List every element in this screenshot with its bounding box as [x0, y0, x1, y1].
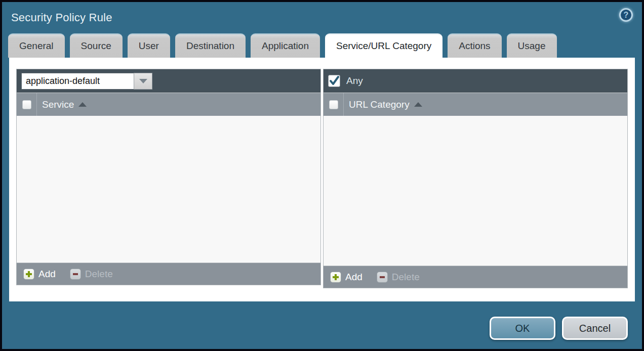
service-delete-label: Delete	[85, 269, 113, 280]
tab-actions[interactable]: Actions	[448, 33, 501, 58]
url-category-select-all-cell	[324, 93, 344, 116]
tab-destination[interactable]: Destination	[175, 33, 246, 58]
ok-button[interactable]: OK	[490, 317, 555, 340]
any-row: Any	[328, 75, 363, 87]
tab-content-area: Service Add Delete Any	[9, 58, 635, 301]
minus-icon	[377, 272, 388, 283]
service-type-dropdown[interactable]	[21, 73, 152, 90]
url-category-delete-button[interactable]: Delete	[377, 272, 420, 283]
plus-icon	[23, 269, 34, 280]
url-category-delete-label: Delete	[392, 272, 420, 283]
chevron-down-icon	[139, 79, 147, 83]
sort-ascending-icon	[414, 102, 422, 107]
url-category-panel-header: Any	[324, 69, 627, 93]
tab-application[interactable]: Application	[251, 33, 320, 58]
url-category-add-label: Add	[345, 272, 363, 283]
service-delete-button[interactable]: Delete	[70, 269, 113, 280]
any-checkbox[interactable]	[328, 75, 340, 87]
dialog-titlebar: Security Policy Rule ?	[2, 2, 642, 33]
tab-usage[interactable]: Usage	[507, 33, 557, 58]
dialog-title: Security Policy Rule	[11, 11, 112, 24]
url-category-panel: Any URL Category Add Delete	[323, 69, 628, 288]
service-panel: Service Add Delete	[16, 69, 321, 285]
sort-ascending-icon	[78, 102, 87, 107]
tab-user[interactable]: User	[128, 33, 170, 58]
service-add-label: Add	[38, 269, 56, 280]
tab-service-url-category[interactable]: Service/URL Category	[325, 33, 442, 58]
url-category-column-label: URL Category	[349, 99, 410, 110]
tab-bar: General Source User Destination Applicat…	[2, 33, 642, 58]
checkmark-icon	[329, 75, 340, 86]
service-select-all-checkbox[interactable]	[22, 100, 31, 109]
url-category-select-all-checkbox[interactable]	[329, 100, 338, 109]
service-type-dropdown-value[interactable]	[21, 73, 134, 90]
service-type-dropdown-button[interactable]	[134, 73, 152, 90]
help-icon[interactable]: ?	[619, 8, 633, 22]
url-category-column-header[interactable]: URL Category	[324, 93, 627, 116]
service-column-label: Service	[42, 99, 74, 110]
minus-icon	[70, 269, 81, 280]
service-panel-footer: Add Delete	[17, 262, 320, 285]
tab-source[interactable]: Source	[70, 33, 123, 58]
tab-general[interactable]: General	[8, 33, 65, 58]
url-category-panel-footer: Add Delete	[324, 266, 627, 288]
url-category-table-body[interactable]	[324, 116, 627, 266]
plus-icon	[330, 272, 341, 283]
any-label: Any	[346, 75, 363, 86]
cancel-button[interactable]: Cancel	[562, 317, 628, 340]
url-category-add-button[interactable]: Add	[330, 272, 363, 283]
service-column-header[interactable]: Service	[17, 93, 320, 116]
help-glyph: ?	[624, 11, 629, 20]
service-panel-header	[17, 69, 320, 93]
service-add-button[interactable]: Add	[23, 269, 56, 280]
dialog-action-row: OK Cancel	[490, 317, 628, 340]
service-select-all-cell	[17, 93, 37, 116]
service-table-body[interactable]	[17, 116, 320, 262]
